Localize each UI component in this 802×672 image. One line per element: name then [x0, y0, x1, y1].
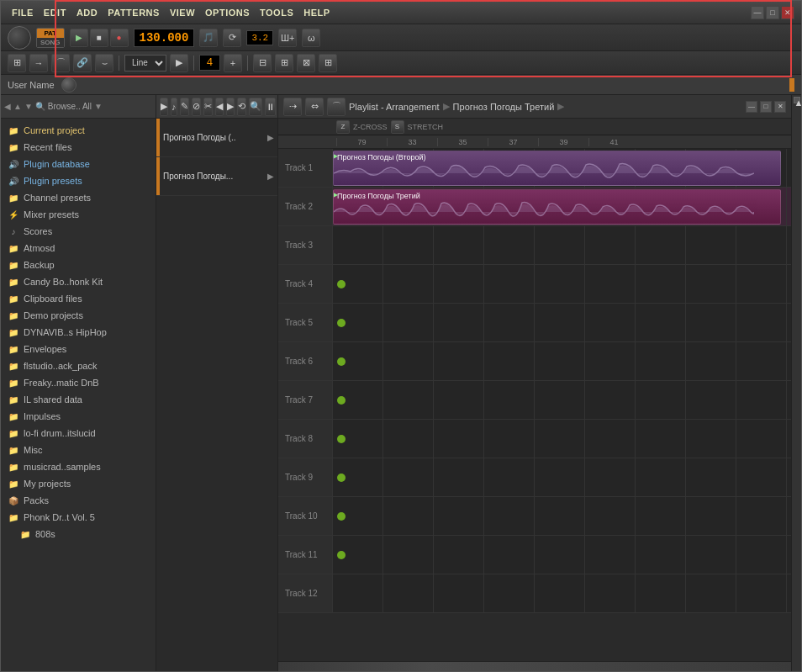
patterns-loop-icon[interactable]: ⟲: [237, 98, 246, 116]
sidebar-item-dynavib[interactable]: 📁 DYNAVIB..s HipHop: [1, 324, 156, 341]
minimize-button[interactable]: —: [751, 6, 764, 19]
patterns-pause-icon[interactable]: ⏸: [265, 98, 276, 116]
patterns-pencil-icon[interactable]: ✎: [180, 98, 189, 116]
stretch-icon[interactable]: S: [391, 120, 404, 134]
menu-view[interactable]: VIEW: [166, 6, 199, 19]
stop-button[interactable]: ■: [90, 29, 108, 47]
sidebar-item-envelopes[interactable]: 📁 Envelopes: [1, 341, 156, 357]
sidebar-item-misc[interactable]: 📁 Misc: [1, 442, 156, 458]
pattern-item-2[interactable]: Прогноз Погоды... ▶: [156, 157, 277, 196]
sidebar-item-mixer-presets[interactable]: ⚡ Mixer presets: [1, 206, 156, 223]
beat-display[interactable]: 4: [199, 55, 220, 71]
track-content-5[interactable]: [333, 304, 791, 341]
track-content-3[interactable]: [333, 226, 791, 264]
sidebar-item-my-projects[interactable]: 📁 My projects: [1, 475, 156, 492]
master-volume-knob[interactable]: [8, 26, 31, 50]
sidebar-search-icon[interactable]: 🔍: [35, 102, 45, 111]
sidebar-item-atmosd[interactable]: 📁 Atmosd: [1, 240, 156, 257]
track-content-6[interactable]: [333, 342, 791, 380]
menu-tools[interactable]: TOOLS: [256, 6, 298, 19]
browser-icon[interactable]: ⊠: [297, 54, 315, 72]
metronome-icon[interactable]: 🎵: [199, 29, 218, 47]
ram-icon[interactable]: ω: [302, 29, 320, 47]
sidebar-item-channel-presets[interactable]: 📁 Channel presets: [1, 189, 156, 206]
patterns-zoom-icon[interactable]: 🔍: [249, 98, 262, 116]
patterns-erase-icon[interactable]: ⊘: [192, 98, 201, 116]
track-content-11[interactable]: [333, 536, 791, 574]
close-button[interactable]: ✕: [781, 6, 794, 19]
maximize-button[interactable]: □: [766, 6, 779, 19]
track-content-9[interactable]: [333, 458, 791, 496]
menu-add[interactable]: ADD: [72, 6, 102, 19]
patterns-fwd-icon[interactable]: ▶: [226, 98, 235, 116]
sidebar-arrow-up[interactable]: ▲: [13, 102, 22, 111]
sidebar-expand-icon[interactable]: ▼: [94, 102, 103, 111]
pattern-arrow-icon2[interactable]: ▶: [267, 172, 277, 181]
playlist-close-icon[interactable]: ✕: [774, 101, 786, 113]
cpu-icon[interactable]: Ш+: [278, 29, 297, 47]
playlist-minimize-icon[interactable]: —: [746, 101, 757, 113]
sidebar-item-demo-projects[interactable]: 📁 Demo projects: [1, 307, 156, 324]
pitch-knob[interactable]: [61, 77, 77, 93]
loop-icon[interactable]: ⟳: [223, 29, 241, 47]
playlist-arrow-icon[interactable]: ⇢: [283, 98, 302, 116]
right-scrollbar[interactable]: ▲: [791, 95, 801, 671]
curve-icon[interactable]: ⌒: [51, 54, 70, 72]
pattern-item-1[interactable]: Прогноз Погоды (.. ▶: [156, 119, 277, 157]
patterns-back-icon[interactable]: ◀: [215, 98, 224, 116]
z-cross-icon[interactable]: Z: [336, 120, 350, 134]
track-content-4[interactable]: [333, 265, 791, 303]
sidebar-item-il-shared[interactable]: 📁 IL shared data: [1, 391, 156, 408]
menu-file[interactable]: FILE: [8, 6, 38, 19]
patterns-wave-icon[interactable]: ♪: [171, 98, 177, 116]
menu-options[interactable]: OPTIONS: [201, 6, 254, 19]
play-button[interactable]: ▶: [70, 29, 88, 47]
sidebar-item-candy-bonk[interactable]: 📁 Candy Bo..honk Kit: [1, 273, 156, 290]
sidebar-item-freaky[interactable]: 📁 Freaky..matic DnB: [1, 374, 156, 391]
sidebar-item-lofi[interactable]: 📁 lo-fi drum..itslucid: [1, 425, 156, 442]
record-button[interactable]: ●: [110, 29, 129, 47]
audio-clip-1[interactable]: ▶ Прогноз Погоды (Второй): [333, 151, 781, 186]
sidebar-item-impulses[interactable]: 📁 Impulses: [1, 408, 156, 425]
line-dropdown[interactable]: Line: [124, 55, 166, 71]
playlist-maximize-icon[interactable]: □: [760, 101, 772, 113]
h-scrollbar[interactable]: [278, 661, 791, 671]
playlist-curve-icon[interactable]: ⌒: [327, 98, 346, 116]
pattern-arrow-icon[interactable]: ▶: [267, 133, 277, 142]
sidebar-item-recent-files[interactable]: 📁 Recent files: [1, 139, 156, 156]
envelope-icon[interactable]: ⌣: [95, 54, 113, 72]
track-content-8[interactable]: [333, 420, 791, 458]
menu-help[interactable]: HELP: [299, 6, 334, 19]
track-content-2[interactable]: ▶ Прогноз Погоды Третий: [333, 188, 791, 225]
time-sig-display[interactable]: 3.2: [246, 30, 273, 45]
beat-plus-icon[interactable]: +: [224, 54, 242, 72]
song-button[interactable]: SONG: [37, 38, 64, 47]
line-arrow-icon[interactable]: ▶: [170, 54, 188, 72]
sidebar-item-current-project[interactable]: 📁 Current project: [1, 122, 156, 139]
pat-button[interactable]: PAT: [37, 29, 64, 38]
sidebar-arrow-left[interactable]: ◀: [4, 102, 11, 111]
menu-patterns[interactable]: PATTERNS: [103, 6, 164, 19]
sidebar-item-808s[interactable]: 📁 808s: [1, 526, 156, 542]
menu-edit[interactable]: EDIT: [40, 6, 71, 19]
sidebar-item-clipboard[interactable]: 📁 Clipboard files: [1, 290, 156, 307]
playlist-spread-icon[interactable]: ⇔: [305, 98, 324, 116]
pat-song-toggle[interactable]: PAT SONG: [36, 28, 65, 48]
tracks-container[interactable]: Track 1 ▶ Прогноз Погоды (Второй): [278, 149, 791, 661]
sidebar-arrow-down[interactable]: ▼: [24, 102, 33, 111]
track-content-7[interactable]: [333, 381, 791, 419]
track-content-10[interactable]: [333, 497, 791, 535]
arrow-right-icon[interactable]: →: [29, 54, 48, 72]
sidebar-item-flstudio[interactable]: 📁 flstudio..ack_pack: [1, 357, 156, 374]
sidebar-item-phonk[interactable]: 📁 Phonk Dr..t Vol. 5: [1, 509, 156, 526]
track-content-1[interactable]: ▶ Прогноз Погоды (Второй): [333, 149, 791, 187]
new-pattern-button[interactable]: ⊞: [8, 54, 26, 72]
bpm-display[interactable]: 130.000: [134, 29, 195, 47]
patterns-play-icon[interactable]: ▶: [160, 98, 168, 116]
sidebar-item-plugin-database[interactable]: 🔊 Plugin database: [1, 156, 156, 172]
track-content-12[interactable]: [333, 574, 791, 612]
plugin-picker-icon[interactable]: ⊞: [319, 54, 337, 72]
sidebar-item-musicrad[interactable]: 📁 musicrad..samples: [1, 458, 156, 475]
sidebar-item-scores[interactable]: ♪ Scores: [1, 223, 156, 240]
link-icon[interactable]: 🔗: [73, 54, 92, 72]
